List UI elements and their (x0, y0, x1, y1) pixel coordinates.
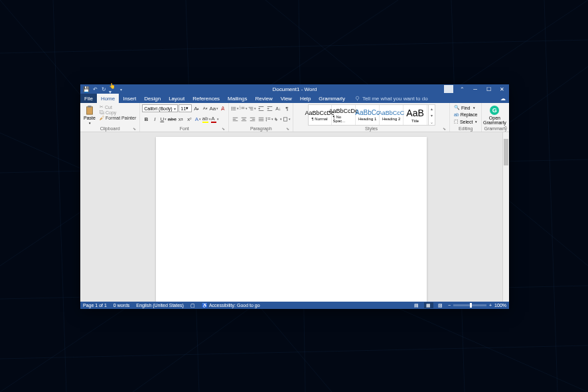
print-layout-button[interactable]: ▦ (424, 302, 433, 308)
text-effects-button[interactable]: A (194, 115, 202, 123)
style-title[interactable]: AaBTitle (404, 105, 427, 125)
accessibility-status[interactable]: ♿Accessibility: Good to go (202, 303, 260, 308)
save-icon[interactable]: 💾 (83, 86, 90, 92)
collapse-ribbon-icon[interactable]: ⌃ (504, 126, 508, 131)
tab-view[interactable]: View (277, 94, 296, 103)
styles-gallery: AaBbCcDc¶ Normal AaBbCcDc¶ No Spac... Aa… (308, 104, 435, 126)
styles-row-down[interactable]: ▾ (429, 112, 435, 118)
tab-file[interactable]: File (80, 94, 97, 103)
strikethrough-button[interactable]: abc (168, 115, 176, 123)
group-paragraph: 12 A↓ ¶ Paragraph⬊ (229, 103, 293, 132)
line-spacing-button[interactable] (265, 115, 273, 123)
close-button[interactable]: ✕ (496, 85, 508, 93)
paste-dropdown-icon: ▾ (89, 121, 91, 125)
font-family-value: Calibri (Body) (144, 106, 172, 111)
increase-indent-button[interactable] (265, 104, 273, 112)
shading-button[interactable] (274, 115, 282, 123)
minimize-button[interactable]: ─ (469, 85, 481, 93)
format-painter-button[interactable]: 🖌Format Painter (98, 116, 137, 120)
maximize-button[interactable]: ☐ (482, 85, 494, 93)
align-center-button[interactable] (240, 115, 248, 123)
vertical-scrollbar[interactable] (502, 132, 509, 302)
italic-button[interactable]: I (151, 115, 159, 123)
subscript-button[interactable]: x₂ (177, 115, 184, 123)
title-bar: 💾 ↶ ↻ 👆▾ ▾ Document1 - Word ⌃ ─ ☐ ✕ (80, 84, 509, 94)
align-right-button[interactable] (248, 115, 256, 123)
show-marks-button[interactable]: ¶ (283, 104, 291, 112)
tab-grammarly[interactable]: Grammarly (315, 94, 349, 103)
zoom-level[interactable]: 100% (494, 303, 506, 308)
tab-references[interactable]: References (188, 94, 224, 103)
touch-mode-icon[interactable]: 👆▾ (109, 86, 115, 92)
find-button[interactable]: 🔍Find▾ (452, 104, 479, 111)
zoom-in-button[interactable]: + (489, 303, 492, 308)
tab-insert[interactable]: Insert (119, 94, 140, 103)
font-family-selector[interactable]: Calibri (Body)▾ (142, 104, 178, 112)
bullets-button[interactable] (231, 104, 239, 112)
font-dialog-launcher[interactable]: ⬊ (221, 126, 226, 131)
replace-button[interactable]: abReplace (452, 112, 479, 118)
ribbon-options-icon[interactable]: ⌃ (456, 85, 468, 93)
chevron-down-icon: ▾ (186, 106, 188, 111)
tab-help[interactable]: Help (296, 94, 315, 103)
language-indicator[interactable]: English (United States) (136, 303, 184, 308)
superscript-button[interactable]: x² (185, 115, 193, 123)
zoom-out-button[interactable]: − (448, 303, 451, 308)
borders-button[interactable] (283, 115, 291, 123)
numbering-button[interactable]: 12 (240, 104, 248, 112)
page-count[interactable]: Page 1 of 1 (83, 303, 107, 308)
web-layout-button[interactable]: ▨ (436, 302, 445, 308)
cut-button[interactable]: ✂Cut (98, 104, 137, 110)
highlight-button[interactable]: ab (202, 115, 210, 123)
change-case-button[interactable]: Aa (210, 104, 218, 112)
share-icon[interactable]: ☁ (497, 94, 509, 103)
group-editing: 🔍Find▾ abReplace ⬚Select▾ Editing (450, 103, 482, 132)
clipboard-dialog-launcher[interactable]: ⬊ (132, 126, 137, 131)
zoom-slider-thumb[interactable] (470, 303, 472, 308)
copy-button[interactable]: ⿻Copy (98, 110, 137, 115)
justify-button[interactable] (257, 115, 265, 123)
paragraph-dialog-launcher[interactable]: ⬊ (285, 126, 290, 131)
styles-expand[interactable]: ⌄ (429, 118, 435, 125)
bold-button[interactable]: B (142, 115, 150, 123)
account-icon[interactable] (444, 85, 453, 93)
macro-recorder-icon[interactable]: ▢ (190, 303, 195, 308)
word-count[interactable]: 0 words (113, 303, 130, 308)
align-left-button[interactable] (231, 115, 239, 123)
zoom-slider[interactable] (453, 304, 486, 306)
scrollbar-thumb[interactable] (504, 139, 508, 165)
tell-me-search[interactable]: Tell me what you want to do (349, 94, 428, 103)
document-page[interactable] (156, 137, 427, 302)
tab-review[interactable]: Review (251, 94, 276, 103)
clear-formatting-button[interactable]: A̷ (218, 104, 226, 112)
ribbon-tabs: File Home Insert Design Layout Reference… (80, 94, 509, 103)
style-no-spacing[interactable]: AaBbCcDc¶ No Spac... (332, 105, 356, 125)
chevron-down-icon: ▾ (174, 106, 176, 111)
styles-row-up[interactable]: ▴ (429, 105, 435, 112)
tab-design[interactable]: Design (140, 94, 165, 103)
style-heading-2[interactable]: AaBbCcCHeading 2 (380, 105, 404, 125)
decrease-indent-button[interactable] (257, 104, 265, 112)
select-button[interactable]: ⬚Select▾ (452, 118, 479, 125)
undo-icon[interactable]: ↶ (92, 86, 98, 92)
multilevel-list-button[interactable] (248, 104, 256, 112)
tab-home[interactable]: Home (97, 94, 119, 103)
shrink-font-button[interactable]: A▾ (201, 104, 209, 112)
font-color-button[interactable]: A (211, 115, 219, 123)
styles-dialog-launcher[interactable]: ⬊ (442, 126, 447, 131)
read-mode-button[interactable]: ▤ (412, 302, 421, 308)
style-heading-1[interactable]: AaBbCcHeading 1 (356, 105, 380, 125)
style-normal[interactable]: AaBbCcDc¶ Normal (309, 105, 332, 125)
underline-button[interactable]: U (159, 115, 167, 123)
font-size-selector[interactable]: 11▾ (179, 104, 192, 112)
svg-line-3 (0, 345, 588, 359)
tab-layout[interactable]: Layout (165, 94, 188, 103)
svg-rect-50 (284, 117, 287, 120)
grow-font-button[interactable]: A▴ (192, 104, 200, 112)
redo-icon[interactable]: ↻ (100, 86, 107, 92)
qat-more-icon[interactable]: ▾ (117, 86, 124, 92)
tab-mailings[interactable]: Mailings (224, 94, 251, 103)
paste-button[interactable]: Paste ▾ (82, 104, 97, 126)
grammarly-button[interactable]: G Open Grammarly (484, 104, 505, 126)
sort-button[interactable]: A↓ (274, 104, 282, 112)
